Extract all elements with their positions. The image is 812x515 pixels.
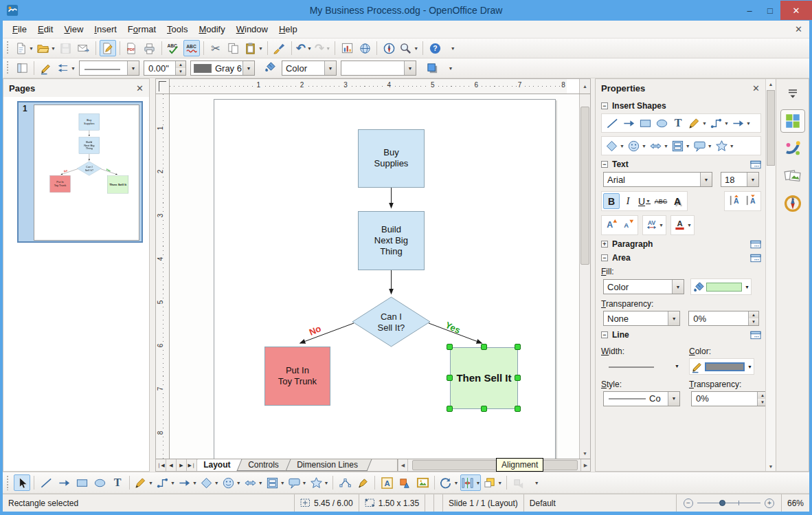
zoom-tool[interactable]: ▼ xyxy=(398,40,419,56)
email-document[interactable] xyxy=(76,40,92,56)
star-shapes[interactable]: ▼ xyxy=(714,138,735,153)
section-line[interactable]: − Line xyxy=(601,330,761,340)
shadow[interactable] xyxy=(425,60,441,76)
selection-handle[interactable] xyxy=(515,375,521,381)
line-style-dropdown-icon[interactable]: ▼ xyxy=(668,392,679,406)
symbol-shapes-tool[interactable]: ▼ xyxy=(221,474,242,491)
font-size-dropdown-icon[interactable]: ▼ xyxy=(747,173,758,186)
dropdown-arrow-icon[interactable]: ▼ xyxy=(326,46,330,51)
font-name-dropdown-icon[interactable]: ▼ xyxy=(700,173,712,186)
area-dialog-launcher-icon[interactable] xyxy=(750,254,761,263)
section-paragraph[interactable]: + Paragraph xyxy=(601,239,761,249)
spin-up-icon[interactable]: ▲ xyxy=(176,61,185,68)
close-button[interactable]: ✕ xyxy=(780,1,812,20)
insert-ellipse[interactable] xyxy=(654,116,669,131)
area-dialog-button[interactable] xyxy=(262,60,279,76)
dropdown-arrow-icon[interactable]: ▼ xyxy=(71,66,76,71)
decrease-spacing-button[interactable]: A xyxy=(743,193,759,209)
properties-scrollbar[interactable]: ▲ ▼ xyxy=(765,79,776,471)
line-color-select[interactable]: Gray 6 ▼ xyxy=(190,61,255,76)
navigator[interactable] xyxy=(381,40,397,56)
format-paintbrush[interactable] xyxy=(271,40,288,56)
dropdown-arrow-icon[interactable]: ▼ xyxy=(746,121,751,126)
menu-file[interactable]: File xyxy=(7,22,32,36)
horizontal-scrollbar[interactable]: ◀ ▶ xyxy=(398,459,590,471)
insert-arrow[interactable] xyxy=(621,116,636,131)
fill-color-dropdown-icon[interactable]: ▼ xyxy=(404,61,416,75)
text-shadow-button[interactable]: A xyxy=(669,193,686,209)
glue-points[interactable] xyxy=(354,474,371,491)
flowchart-box-then-sell-it[interactable]: Then Sell It xyxy=(450,347,518,409)
selection-handle[interactable] xyxy=(447,344,453,350)
menu-window[interactable]: Window xyxy=(231,22,273,36)
menu-edit[interactable]: Edit xyxy=(32,22,58,36)
basic-shapes[interactable]: ▼ xyxy=(605,138,625,153)
menu-view[interactable]: View xyxy=(58,22,89,36)
edit-points[interactable] xyxy=(337,474,353,491)
transparency-spinner[interactable]: 0% ▲▼ xyxy=(688,311,759,326)
scroll-left-icon[interactable]: ◀ xyxy=(398,459,407,471)
flowchart-box-build-next-big-thing[interactable]: BuildNext BigThing xyxy=(358,211,425,270)
zoom-in-icon[interactable]: + xyxy=(765,498,774,508)
dropdown-arrow-icon[interactable]: ▼ xyxy=(453,481,458,485)
tab-dimension-lines[interactable]: Dimension Lines xyxy=(286,459,372,471)
paragraph-dialog-launcher-icon[interactable] xyxy=(750,240,761,249)
spelling[interactable]: ABC xyxy=(166,40,182,56)
star-shapes-tool[interactable]: ▼ xyxy=(309,474,330,491)
page-thumbnail[interactable]: 1 BuySupplies BuildNe xyxy=(17,101,143,243)
dropdown-arrow-icon[interactable]: ▼ xyxy=(258,46,263,51)
paste[interactable]: ▼ xyxy=(243,40,264,56)
cut[interactable]: ✂ xyxy=(207,40,224,56)
scrollbar-thumb[interactable] xyxy=(767,90,775,166)
flowchart-box-put-in-toy-trunk[interactable]: Put InToy Trunk xyxy=(264,347,330,406)
toolbar-grip[interactable] xyxy=(5,61,10,75)
line-transparency-spinner[interactable]: 0% ▲▼ xyxy=(691,391,765,406)
line-color-dropdown-icon[interactable]: ▼ xyxy=(243,61,254,75)
transparency-type-select[interactable]: None ▼ xyxy=(603,311,680,326)
dropdown-arrow-icon[interactable]: ▼ xyxy=(664,144,668,149)
page-style[interactable]: Default xyxy=(523,494,640,512)
dropdown-arrow-icon[interactable]: ▼ xyxy=(497,481,502,485)
fill-color-select[interactable]: ▼ xyxy=(341,61,416,76)
text-dialog-launcher-icon[interactable] xyxy=(750,160,761,169)
selection-handle[interactable] xyxy=(481,344,487,350)
scroll-up-icon[interactable]: ▲ xyxy=(766,79,776,89)
scroll-down-icon[interactable]: ▼ xyxy=(580,448,590,459)
copy[interactable] xyxy=(225,40,242,56)
dropdown-arrow-icon[interactable]: ▼ xyxy=(708,144,712,149)
dropdown-arrow-icon[interactable]: ▼ xyxy=(307,46,312,51)
print-file[interactable] xyxy=(142,40,158,56)
scrollbar-thumb[interactable] xyxy=(580,107,589,265)
font-color-button[interactable]: A▼ xyxy=(673,217,692,233)
previous-page-icon[interactable]: ◀ xyxy=(166,459,177,471)
drawing-workspace[interactable]: BuySupplies BuildNext BigThing Can ISell… xyxy=(170,94,579,459)
line-width-select[interactable]: ▼ xyxy=(603,358,680,373)
properties-tab[interactable] xyxy=(780,109,805,133)
curve-tool[interactable]: ▼ xyxy=(133,474,154,491)
zoom-slider[interactable] xyxy=(697,502,760,504)
underline-button[interactable]: U▼ xyxy=(636,193,653,209)
spin-down-icon[interactable]: ▼ xyxy=(758,399,765,406)
dropdown-arrow-icon[interactable]: ▼ xyxy=(280,481,285,485)
zoom-percentage[interactable]: 66% xyxy=(781,494,809,512)
help[interactable]: ? xyxy=(427,40,443,56)
dropdown-arrow-icon[interactable]: ▼ xyxy=(686,144,690,149)
toolbar-options[interactable]: ▼ xyxy=(442,60,459,76)
rotate-tool[interactable]: ▼ xyxy=(438,474,459,491)
fontwork-gallery[interactable]: A xyxy=(379,474,395,491)
transparency-type-dropdown-icon[interactable]: ▼ xyxy=(668,311,679,325)
alignment[interactable]: ▼ xyxy=(460,474,481,491)
undo[interactable]: ↶▼ xyxy=(295,40,313,56)
fill-type-select[interactable]: Color ▼ xyxy=(282,61,337,76)
flowchart-shapes[interactable]: ▼ xyxy=(670,138,691,153)
arrange[interactable]: ▼ xyxy=(482,474,503,491)
spin-down-icon[interactable]: ▼ xyxy=(176,68,185,75)
dropdown-arrow-icon[interactable]: ▼ xyxy=(324,481,329,485)
selection-handle[interactable] xyxy=(447,375,453,381)
menu-modify[interactable]: Modify xyxy=(193,22,230,36)
first-page-icon[interactable]: ❘◀ xyxy=(156,459,166,471)
font-size-select[interactable]: 18 ▼ xyxy=(721,172,759,187)
insert-text-box[interactable]: T xyxy=(670,116,686,131)
line-style-select[interactable]: Co ▼ xyxy=(603,391,680,406)
bold-button[interactable]: B xyxy=(603,193,620,209)
